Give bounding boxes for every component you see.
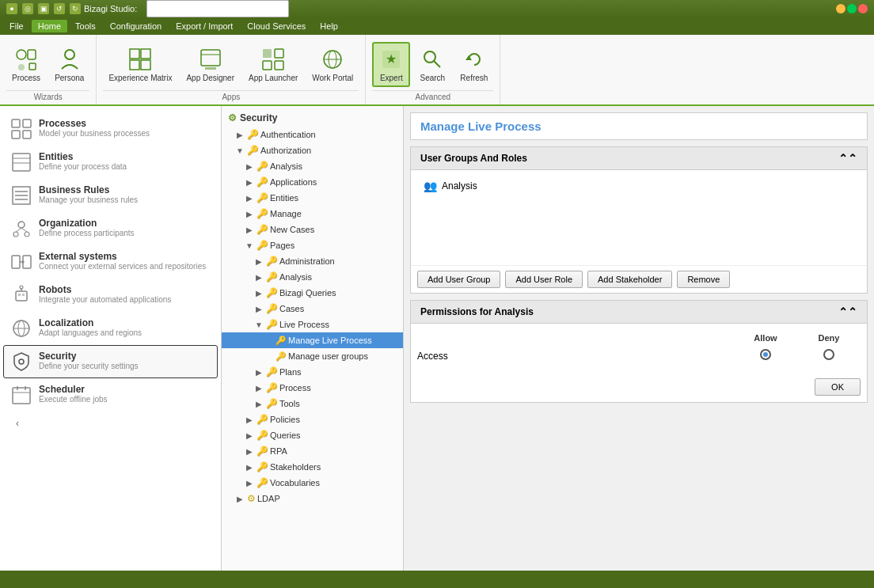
nav-item-processes[interactable]: Processes Model your business processes: [3, 112, 218, 146]
minimize-button[interactable]: [836, 4, 846, 13]
tree-item-authentication[interactable]: ▶ 🔑 Authentication: [222, 127, 403, 142]
nav-item-business-rules[interactable]: Business Rules Manage your business rule…: [3, 179, 218, 212]
tree-item-manage-live-process[interactable]: 🔑 Manage Live Process: [222, 332, 403, 348]
tree-item-queries[interactable]: ▶ 🔑 Queries: [222, 427, 403, 443]
tree-expand-analysis[interactable]: ▶: [244, 161, 255, 172]
svg-point-4: [65, 50, 74, 59]
menu-configuration[interactable]: Configuration: [104, 20, 168, 32]
perm-deny-radio[interactable]: [823, 349, 834, 360]
collapse-user-groups-icon[interactable]: ⌃⌃: [838, 152, 857, 165]
ribbon-refresh-button[interactable]: Refresh: [454, 43, 493, 86]
tree-item-ldap[interactable]: ▶ ⚙ LDAP: [222, 491, 403, 506]
perm-allow-radio[interactable]: [760, 349, 771, 360]
tree-item-applications[interactable]: ▶ 🔑 Applications: [222, 174, 403, 190]
tree-panel: ⚙ Security ▶ 🔑 Authentication ▼ 🔑 Author…: [222, 106, 404, 571]
tree-item-administration[interactable]: ▶ 🔑 Administration: [222, 253, 403, 269]
tree-item-manage[interactable]: ▶ 🔑 Manage: [222, 206, 403, 222]
tree-expand-manage[interactable]: ▶: [244, 208, 255, 219]
tree-item-pages[interactable]: ▼ 🔑 Pages: [222, 237, 403, 253]
add-user-group-button[interactable]: Add User Group: [417, 271, 500, 288]
nav-item-security[interactable]: Security Define your security settings: [3, 345, 218, 378]
main-container: Processes Model your business processes …: [0, 106, 874, 571]
tree-item-live-process[interactable]: ▼ 🔑 Live Process: [222, 317, 403, 332]
tree-item-manage-user-groups[interactable]: 🔑 Manage user groups: [222, 348, 403, 364]
ribbon-expert-button[interactable]: ★ Expert: [372, 42, 410, 87]
tree-expand-cases[interactable]: ▶: [253, 303, 264, 314]
ribbon-experience-matrix-button[interactable]: Experience Matrix: [103, 43, 177, 86]
tree-ldap-label: LDAP: [257, 494, 280, 503]
ribbon-persona-button[interactable]: Persona: [49, 43, 89, 86]
tree-expand-policies[interactable]: ▶: [244, 414, 255, 425]
tree-item-stakeholders[interactable]: ▶ 🔑 Stakeholders: [222, 459, 403, 475]
tree-expand-pages[interactable]: ▼: [244, 240, 255, 251]
tree-expand-tools[interactable]: ▶: [253, 398, 264, 409]
tree-expand-entities[interactable]: ▶: [244, 192, 255, 203]
ribbon-search-button[interactable]: Search: [413, 43, 451, 86]
plans-key-icon: 🔑: [266, 366, 278, 377]
app-title: Bizagi Studio:: [84, 4, 137, 13]
maximize-button[interactable]: [847, 4, 857, 13]
user-group-analysis-item[interactable]: 👥 Analysis: [417, 176, 861, 195]
tree-expand-analysis2[interactable]: ▶: [253, 271, 264, 283]
ribbon-work-portal-button[interactable]: Work Portal: [306, 43, 359, 86]
tree-item-tools[interactable]: ▶ 🔑 Tools: [222, 396, 403, 412]
menu-cloud-services[interactable]: Cloud Services: [241, 20, 312, 32]
nav-item-localization[interactable]: Localization Adapt languages and regions: [3, 312, 218, 345]
nav-collapse-button[interactable]: ‹: [16, 418, 19, 429]
tree-item-plans[interactable]: ▶ 🔑 Plans: [222, 364, 403, 380]
perm-header-row: Allow Deny: [417, 330, 861, 346]
tree-item-process[interactable]: ▶ 🔑 Process: [222, 380, 403, 396]
tree-expand-queries[interactable]: ▶: [244, 430, 255, 441]
title-search-input[interactable]: [146, 0, 289, 17]
tree-expand-applications[interactable]: ▶: [244, 176, 255, 188]
svg-rect-44: [16, 291, 27, 301]
add-stakeholder-button[interactable]: Add Stakeholder: [587, 271, 672, 288]
tree-item-cases[interactable]: ▶ 🔑 Cases: [222, 301, 403, 317]
nav-item-external-systems[interactable]: External systems Connect your external s…: [3, 245, 218, 279]
tree-bizagi-queries-label: Bizagi Queries: [279, 288, 336, 298]
tree-expand-rpa[interactable]: ▶: [244, 446, 255, 457]
tree-expand-stakeholders[interactable]: ▶: [244, 461, 255, 472]
menu-home[interactable]: Home: [32, 20, 67, 32]
menu-tools[interactable]: Tools: [69, 20, 102, 32]
tree-expand-vocabularies[interactable]: ▶: [244, 477, 255, 488]
nav-item-robots[interactable]: Robots Integrate your automated applicat…: [3, 279, 218, 312]
tree-item-analysis[interactable]: ▶ 🔑 Analysis: [222, 158, 403, 174]
tree-item-authorization[interactable]: ▼ 🔑 Authorization: [222, 142, 403, 158]
tree-expand-bizagi-queries[interactable]: ▶: [253, 287, 264, 298]
svg-point-37: [25, 232, 29, 237]
tree-item-new-cases[interactable]: ▶ 🔑 New Cases: [222, 222, 403, 237]
menu-file[interactable]: File: [3, 20, 30, 32]
ribbon-app-launcher-button[interactable]: App Launcher: [243, 43, 303, 86]
close-button[interactable]: [858, 4, 868, 13]
tree-expand-authorization[interactable]: ▼: [234, 145, 245, 156]
collapse-permissions-icon[interactable]: ⌃⌃: [838, 305, 857, 318]
nav-item-organization[interactable]: Organization Define process participants: [3, 212, 218, 245]
perm-allow-radio-cell[interactable]: [734, 349, 797, 362]
tree-item-policies[interactable]: ▶ 🔑 Policies: [222, 412, 403, 427]
nav-item-entities[interactable]: Entities Define your process data: [3, 146, 218, 179]
add-user-role-button[interactable]: Add User Role: [505, 271, 583, 288]
tree-manage-label: Manage: [270, 209, 302, 218]
tree-expand-authentication[interactable]: ▶: [234, 129, 245, 140]
menu-export-import[interactable]: Export / Import: [169, 20, 239, 32]
tree-item-rpa[interactable]: ▶ 🔑 RPA: [222, 443, 403, 459]
tree-expand-plans[interactable]: ▶: [253, 366, 264, 377]
tree-item-bizagi-queries[interactable]: ▶ 🔑 Bizagi Queries: [222, 285, 403, 301]
window-controls[interactable]: [836, 4, 868, 13]
menu-help[interactable]: Help: [314, 20, 344, 32]
nav-item-scheduler[interactable]: Scheduler Execute offline jobs: [3, 378, 218, 412]
tree-expand-live-process[interactable]: ▼: [253, 319, 264, 330]
tree-expand-administration[interactable]: ▶: [253, 256, 264, 267]
ok-button[interactable]: OK: [815, 378, 861, 396]
tree-expand-process[interactable]: ▶: [253, 382, 264, 393]
tree-item-analysis2[interactable]: ▶ 🔑 Analysis: [222, 269, 403, 285]
tree-expand-ldap[interactable]: ▶: [234, 493, 245, 504]
tree-expand-new-cases[interactable]: ▶: [244, 224, 255, 235]
perm-deny-radio-cell[interactable]: [797, 349, 861, 362]
tree-item-entities[interactable]: ▶ 🔑 Entities: [222, 190, 403, 206]
tree-item-vocabularies[interactable]: ▶ 🔑 Vocabularies: [222, 475, 403, 491]
remove-button[interactable]: Remove: [677, 271, 730, 288]
ribbon-process-button[interactable]: Process: [6, 43, 46, 86]
ribbon-app-designer-button[interactable]: App Designer: [180, 43, 240, 86]
